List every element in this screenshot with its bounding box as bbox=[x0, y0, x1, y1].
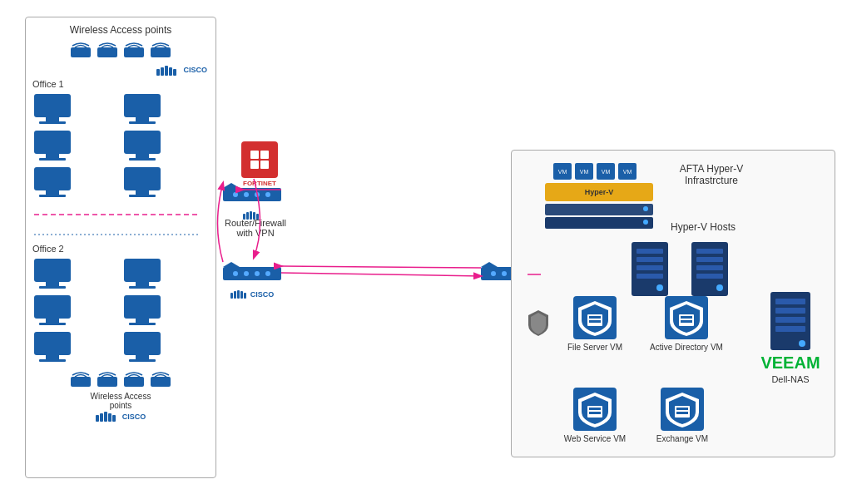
office2-label: Office 2 bbox=[26, 244, 215, 254]
office1-workstations bbox=[26, 91, 215, 200]
exchange-vm: Exchange VM bbox=[649, 388, 716, 443]
svg-point-116 bbox=[799, 340, 805, 347]
svg-rect-120 bbox=[589, 412, 601, 414]
datacenter-box: VM VM VM VM Hyper-V AFTA Hyper-V Infrast… bbox=[511, 150, 835, 457]
svg-rect-33 bbox=[136, 282, 149, 286]
office1-router bbox=[223, 183, 281, 220]
server-tower-icon bbox=[688, 242, 731, 296]
svg-rect-26 bbox=[129, 195, 156, 197]
svg-point-66 bbox=[265, 192, 270, 197]
dell-nas-icon bbox=[769, 292, 812, 350]
wireless-bottom-section: Wireless Accesspoints CISCO bbox=[26, 370, 215, 422]
svg-rect-82 bbox=[240, 291, 243, 299]
svg-rect-17 bbox=[39, 158, 66, 161]
server-tower-1 bbox=[628, 242, 671, 296]
web-service-vm: Web Service VM bbox=[562, 388, 628, 443]
svg-rect-119 bbox=[589, 408, 601, 410]
svg-rect-38 bbox=[124, 295, 161, 319]
fortinet-router: FORTINET bbox=[241, 141, 278, 187]
svg-rect-99 bbox=[696, 257, 723, 262]
cisco-top: CISCO bbox=[26, 66, 215, 76]
svg-rect-41 bbox=[34, 332, 71, 355]
workstation-icon bbox=[122, 294, 162, 327]
diagram-container: Wireless Access points CISCO Office 1 bbox=[0, 0, 852, 504]
wireless-ap-icon bbox=[96, 41, 119, 59]
cisco-top-label: CISCO bbox=[183, 66, 207, 76]
wireless-ap-icon bbox=[122, 370, 146, 388]
svg-rect-58 bbox=[250, 161, 259, 169]
svg-point-75 bbox=[233, 271, 238, 276]
wireless-ap-icon bbox=[149, 41, 172, 59]
office1-label: Office 1 bbox=[26, 79, 215, 89]
cisco-icon bbox=[156, 66, 181, 76]
svg-point-87 bbox=[491, 271, 496, 276]
workstation-icon bbox=[32, 294, 72, 327]
server-towers bbox=[628, 242, 731, 296]
veeam-label: VEEAM bbox=[760, 353, 820, 373]
web-service-label: Web Service VM bbox=[564, 434, 626, 443]
svg-rect-43 bbox=[39, 359, 66, 362]
workstation-icon bbox=[32, 92, 72, 126]
svg-rect-44 bbox=[124, 332, 161, 355]
dell-nas: VEEAM Dell-NAS bbox=[757, 292, 824, 384]
svg-rect-25 bbox=[136, 190, 149, 195]
svg-point-78 bbox=[265, 271, 270, 276]
svg-rect-32 bbox=[124, 259, 161, 282]
svg-line-129 bbox=[281, 273, 481, 276]
svg-rect-101 bbox=[696, 274, 723, 279]
svg-rect-55 bbox=[112, 415, 116, 422]
svg-rect-112 bbox=[775, 299, 805, 304]
svg-rect-53 bbox=[104, 412, 107, 422]
wireless-ap-icon bbox=[69, 370, 92, 388]
workstation-icon bbox=[32, 166, 72, 199]
server-tower-icon bbox=[628, 242, 671, 296]
svg-point-77 bbox=[255, 271, 260, 276]
svg-rect-1 bbox=[97, 47, 117, 57]
svg-point-76 bbox=[244, 271, 249, 276]
svg-rect-29 bbox=[34, 259, 71, 282]
exchange-vm-icon bbox=[661, 388, 704, 431]
vm-tile: VM bbox=[575, 163, 593, 180]
svg-rect-50 bbox=[151, 377, 171, 387]
svg-rect-80 bbox=[234, 291, 236, 299]
datacenter-title: AFTA Hyper-V Infrastrcture bbox=[661, 163, 761, 186]
svg-rect-3 bbox=[151, 47, 171, 57]
svg-rect-109 bbox=[681, 316, 692, 319]
workstation-icon bbox=[32, 330, 72, 363]
svg-rect-110 bbox=[681, 320, 692, 323]
workstation-icon bbox=[122, 129, 162, 162]
fortinet-icon bbox=[241, 141, 278, 178]
fortinet-logo-icon bbox=[247, 147, 272, 172]
vm-tile: VM bbox=[618, 163, 637, 180]
cisco-bottom-label: CISCO bbox=[122, 413, 146, 421]
active-directory-vm: Active Directory VM bbox=[649, 296, 724, 352]
wireless-ap-icon bbox=[96, 370, 119, 388]
svg-marker-61 bbox=[223, 183, 240, 188]
svg-rect-16 bbox=[46, 154, 59, 158]
svg-rect-81 bbox=[237, 290, 240, 299]
svg-line-130 bbox=[281, 266, 481, 268]
svg-rect-123 bbox=[676, 408, 688, 410]
file-server-label: File Server VM bbox=[567, 343, 622, 352]
workstation-icon bbox=[32, 129, 72, 162]
svg-rect-30 bbox=[46, 282, 59, 286]
svg-rect-8 bbox=[173, 69, 176, 76]
svg-rect-2 bbox=[124, 47, 144, 57]
workstation-icon bbox=[122, 166, 162, 199]
svg-rect-57 bbox=[260, 151, 269, 159]
wireless-ap-icon bbox=[149, 370, 172, 388]
active-directory-label: Active Directory VM bbox=[650, 343, 723, 352]
svg-rect-95 bbox=[637, 274, 663, 279]
svg-rect-11 bbox=[39, 121, 66, 124]
svg-rect-0 bbox=[71, 47, 91, 57]
svg-rect-10 bbox=[46, 117, 59, 121]
office-box: Wireless Access points CISCO Office 1 bbox=[25, 17, 216, 478]
file-server-vm-icon bbox=[573, 296, 617, 339]
svg-rect-40 bbox=[129, 323, 156, 325]
exchange-vm-label: Exchange VM bbox=[656, 434, 708, 443]
svg-rect-115 bbox=[775, 326, 805, 332]
cisco-office2-icon bbox=[230, 290, 249, 299]
svg-rect-31 bbox=[39, 286, 66, 289]
svg-point-64 bbox=[244, 192, 249, 197]
svg-rect-4 bbox=[156, 69, 160, 76]
